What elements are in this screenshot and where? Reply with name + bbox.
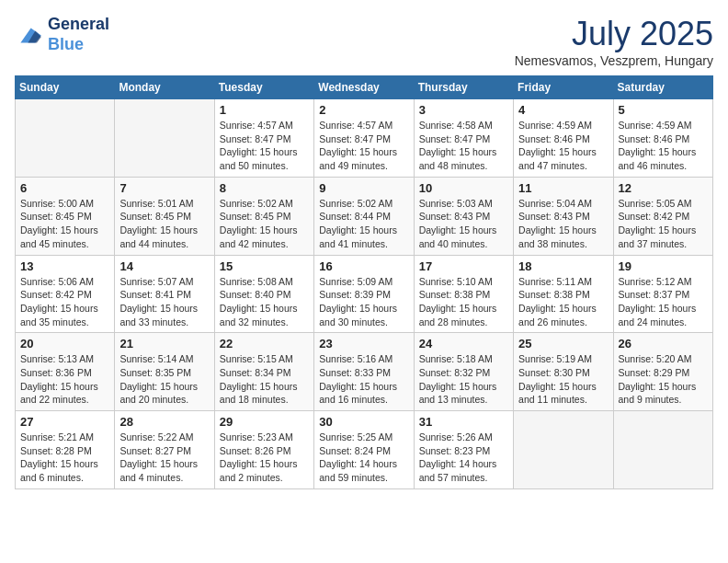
calendar-cell: 9Sunrise: 5:02 AM Sunset: 8:44 PM Daylig… <box>314 177 414 255</box>
day-info: Sunrise: 5:16 AM Sunset: 8:33 PM Dayligh… <box>319 352 408 407</box>
day-number: 22 <box>220 337 309 350</box>
calendar-week-row: 27Sunrise: 5:21 AM Sunset: 8:28 PM Dayli… <box>16 411 713 489</box>
calendar-cell: 3Sunrise: 4:58 AM Sunset: 8:47 PM Daylig… <box>414 99 513 178</box>
calendar-cell: 31Sunrise: 5:26 AM Sunset: 8:23 PM Dayli… <box>414 411 513 489</box>
day-info: Sunrise: 4:57 AM Sunset: 8:47 PM Dayligh… <box>319 119 408 173</box>
day-info: Sunrise: 5:00 AM Sunset: 8:45 PM Dayligh… <box>20 197 109 251</box>
day-number: 25 <box>518 337 608 350</box>
day-info: Sunrise: 5:26 AM Sunset: 8:23 PM Dayligh… <box>419 431 508 485</box>
day-info: Sunrise: 4:57 AM Sunset: 8:47 PM Dayligh… <box>220 119 309 173</box>
day-info: Sunrise: 5:04 AM Sunset: 8:43 PM Dayligh… <box>518 197 608 251</box>
day-number: 7 <box>119 181 209 195</box>
day-info: Sunrise: 5:15 AM Sunset: 8:34 PM Dayligh… <box>220 352 309 407</box>
day-number: 1 <box>220 103 309 117</box>
day-number: 19 <box>619 259 708 273</box>
day-number: 14 <box>119 259 209 273</box>
day-info: Sunrise: 5:01 AM Sunset: 8:45 PM Dayligh… <box>119 197 209 251</box>
day-info: Sunrise: 4:59 AM Sunset: 8:46 PM Dayligh… <box>518 119 608 173</box>
calendar-cell: 8Sunrise: 5:02 AM Sunset: 8:45 PM Daylig… <box>214 177 313 255</box>
calendar-cell: 2Sunrise: 4:57 AM Sunset: 8:47 PM Daylig… <box>314 99 414 178</box>
day-number: 15 <box>220 259 309 273</box>
calendar-cell: 15Sunrise: 5:08 AM Sunset: 8:40 PM Dayli… <box>214 255 313 333</box>
day-number: 8 <box>220 181 309 195</box>
day-number: 30 <box>319 415 408 429</box>
calendar-cell: 22Sunrise: 5:15 AM Sunset: 8:34 PM Dayli… <box>214 333 313 411</box>
day-info: Sunrise: 4:58 AM Sunset: 8:47 PM Dayligh… <box>419 119 508 173</box>
weekday-header: Thursday <box>414 76 513 99</box>
day-info: Sunrise: 5:23 AM Sunset: 8:26 PM Dayligh… <box>220 431 309 485</box>
day-number: 27 <box>20 415 109 429</box>
weekday-header: Sunday <box>16 76 115 99</box>
page-header: General Blue July 2025 Nemesvamos, Veszp… <box>15 15 713 68</box>
day-info: Sunrise: 5:11 AM Sunset: 8:38 PM Dayligh… <box>518 275 608 329</box>
day-number: 10 <box>419 181 508 195</box>
day-info: Sunrise: 5:10 AM Sunset: 8:38 PM Dayligh… <box>419 275 508 329</box>
day-number: 20 <box>20 337 109 350</box>
logo: General Blue <box>15 15 109 54</box>
day-number: 29 <box>220 415 309 429</box>
weekday-header: Wednesday <box>314 76 414 99</box>
day-info: Sunrise: 5:13 AM Sunset: 8:36 PM Dayligh… <box>20 352 109 407</box>
day-number: 18 <box>518 259 608 273</box>
day-number: 21 <box>119 337 209 350</box>
day-number: 11 <box>518 181 608 195</box>
calendar-table: SundayMondayTuesdayWednesdayThursdayFrid… <box>15 75 713 489</box>
calendar-cell: 23Sunrise: 5:16 AM Sunset: 8:33 PM Dayli… <box>314 333 414 411</box>
weekday-header: Tuesday <box>214 76 313 99</box>
calendar-cell: 18Sunrise: 5:11 AM Sunset: 8:38 PM Dayli… <box>514 255 613 333</box>
day-number: 6 <box>20 181 109 195</box>
day-number: 3 <box>419 103 508 117</box>
day-info: Sunrise: 5:02 AM Sunset: 8:45 PM Dayligh… <box>220 197 309 251</box>
calendar-cell: 11Sunrise: 5:04 AM Sunset: 8:43 PM Dayli… <box>514 177 613 255</box>
calendar-cell: 28Sunrise: 5:22 AM Sunset: 8:27 PM Dayli… <box>115 411 214 489</box>
calendar-cell <box>115 99 214 178</box>
calendar-cell: 7Sunrise: 5:01 AM Sunset: 8:45 PM Daylig… <box>115 177 214 255</box>
day-info: Sunrise: 4:59 AM Sunset: 8:46 PM Dayligh… <box>619 119 708 173</box>
calendar-cell <box>514 411 613 489</box>
calendar-cell: 6Sunrise: 5:00 AM Sunset: 8:45 PM Daylig… <box>16 177 115 255</box>
calendar-cell: 19Sunrise: 5:12 AM Sunset: 8:37 PM Dayli… <box>613 255 712 333</box>
calendar-cell: 27Sunrise: 5:21 AM Sunset: 8:28 PM Dayli… <box>16 411 115 489</box>
day-info: Sunrise: 5:07 AM Sunset: 8:41 PM Dayligh… <box>119 275 209 329</box>
calendar-week-row: 6Sunrise: 5:00 AM Sunset: 8:45 PM Daylig… <box>16 177 713 255</box>
calendar-cell: 25Sunrise: 5:19 AM Sunset: 8:30 PM Dayli… <box>514 333 613 411</box>
day-info: Sunrise: 5:19 AM Sunset: 8:30 PM Dayligh… <box>518 352 608 407</box>
day-info: Sunrise: 5:08 AM Sunset: 8:40 PM Dayligh… <box>220 275 309 329</box>
calendar-cell: 21Sunrise: 5:14 AM Sunset: 8:35 PM Dayli… <box>115 333 214 411</box>
logo-icon <box>15 22 44 48</box>
calendar-cell: 5Sunrise: 4:59 AM Sunset: 8:46 PM Daylig… <box>613 99 712 178</box>
location-subtitle: Nemesvamos, Veszprem, Hungary <box>515 53 713 68</box>
day-number: 24 <box>419 337 508 350</box>
calendar-cell: 1Sunrise: 4:57 AM Sunset: 8:47 PM Daylig… <box>214 99 313 178</box>
calendar-cell: 4Sunrise: 4:59 AM Sunset: 8:46 PM Daylig… <box>514 99 613 178</box>
calendar-cell: 14Sunrise: 5:07 AM Sunset: 8:41 PM Dayli… <box>115 255 214 333</box>
day-number: 2 <box>319 103 408 117</box>
day-number: 17 <box>419 259 508 273</box>
day-number: 9 <box>319 181 408 195</box>
calendar-week-row: 20Sunrise: 5:13 AM Sunset: 8:36 PM Dayli… <box>16 333 713 411</box>
day-info: Sunrise: 5:03 AM Sunset: 8:43 PM Dayligh… <box>419 197 508 251</box>
calendar-cell: 26Sunrise: 5:20 AM Sunset: 8:29 PM Dayli… <box>613 333 712 411</box>
calendar-week-row: 13Sunrise: 5:06 AM Sunset: 8:42 PM Dayli… <box>16 255 713 333</box>
weekday-header-row: SundayMondayTuesdayWednesdayThursdayFrid… <box>16 76 713 99</box>
day-number: 23 <box>319 337 408 350</box>
day-number: 31 <box>419 415 508 429</box>
logo-text: General Blue <box>48 15 109 54</box>
day-number: 5 <box>619 103 708 117</box>
month-title: July 2025 <box>515 15 713 53</box>
day-info: Sunrise: 5:21 AM Sunset: 8:28 PM Dayligh… <box>20 431 109 485</box>
day-number: 4 <box>518 103 608 117</box>
day-info: Sunrise: 5:05 AM Sunset: 8:42 PM Dayligh… <box>619 197 708 251</box>
day-info: Sunrise: 5:12 AM Sunset: 8:37 PM Dayligh… <box>619 275 708 329</box>
day-info: Sunrise: 5:09 AM Sunset: 8:39 PM Dayligh… <box>319 275 408 329</box>
calendar-cell: 30Sunrise: 5:25 AM Sunset: 8:24 PM Dayli… <box>314 411 414 489</box>
day-info: Sunrise: 5:02 AM Sunset: 8:44 PM Dayligh… <box>319 197 408 251</box>
weekday-header: Monday <box>115 76 214 99</box>
calendar-cell: 17Sunrise: 5:10 AM Sunset: 8:38 PM Dayli… <box>414 255 513 333</box>
day-number: 13 <box>20 259 109 273</box>
day-number: 28 <box>119 415 209 429</box>
calendar-cell: 16Sunrise: 5:09 AM Sunset: 8:39 PM Dayli… <box>314 255 414 333</box>
day-info: Sunrise: 5:18 AM Sunset: 8:32 PM Dayligh… <box>419 352 508 407</box>
calendar-cell: 12Sunrise: 5:05 AM Sunset: 8:42 PM Dayli… <box>613 177 712 255</box>
calendar-cell: 13Sunrise: 5:06 AM Sunset: 8:42 PM Dayli… <box>16 255 115 333</box>
